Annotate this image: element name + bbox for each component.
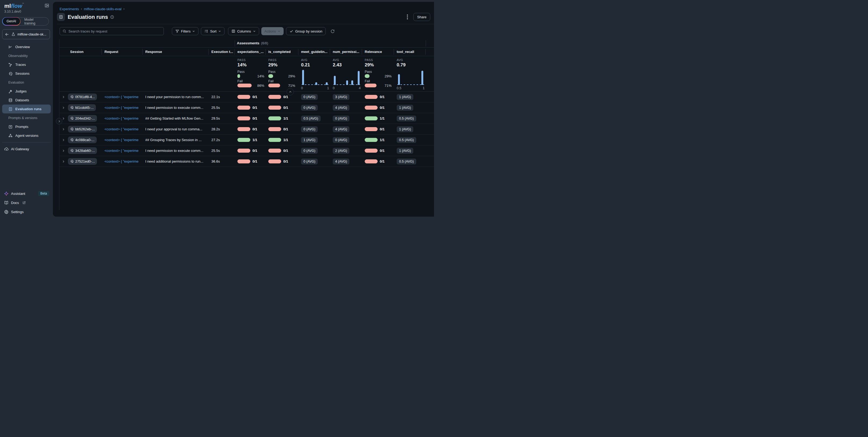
sidebar-item-traces[interactable]: Traces bbox=[0, 60, 53, 69]
refresh-icon[interactable] bbox=[330, 29, 335, 34]
expand-panel-handle[interactable] bbox=[56, 118, 62, 124]
columns-button[interactable]: Columns bbox=[228, 27, 259, 35]
group-by-session-button[interactable]: Group by session bbox=[286, 27, 326, 35]
sidebar-item-settings[interactable]: Settings bbox=[0, 207, 53, 216]
summary-type-label: PASS bbox=[365, 58, 394, 62]
overflow-menu-icon[interactable] bbox=[405, 13, 409, 21]
sort-button[interactable]: Sort bbox=[201, 27, 224, 35]
request-link[interactable]: <context> { "experime bbox=[102, 116, 143, 120]
session-chip[interactable]: bb5262eb-... bbox=[68, 126, 97, 133]
request-link[interactable]: <context> { "experime bbox=[102, 159, 143, 164]
execution-time: 28.2s bbox=[209, 127, 235, 131]
tab-genai[interactable]: GenAI bbox=[3, 18, 20, 25]
experiment-selector[interactable]: mlflow-claude-sk... bbox=[2, 29, 50, 39]
collapse-summary-button[interactable] bbox=[286, 88, 294, 95]
table-row[interactable]: 4c088ca0-...<context> { "experime## Grou… bbox=[59, 135, 434, 145]
collapse-sidebar-icon[interactable] bbox=[44, 3, 49, 8]
pass-percent: 29% bbox=[384, 74, 392, 78]
session-chip[interactable]: 4c088ca0-... bbox=[68, 137, 97, 143]
info-icon[interactable] bbox=[110, 15, 114, 19]
request-link[interactable]: <context> { "experime bbox=[102, 95, 143, 99]
beta-badge: Beta bbox=[38, 191, 49, 196]
page-title: Evaluation runs bbox=[68, 14, 108, 20]
request-link[interactable]: <context> { "experime bbox=[102, 127, 143, 131]
column-header-tool-recall[interactable]: tool_recall bbox=[394, 49, 426, 55]
database-icon bbox=[8, 98, 12, 103]
table-row[interactable]: 204ed342-...<context> { "experime## Gett… bbox=[59, 113, 434, 124]
request-link[interactable]: <context> { "experime bbox=[102, 138, 143, 142]
session-chip[interactable]: 27521ed0-... bbox=[68, 158, 97, 165]
row-expander-icon[interactable] bbox=[59, 138, 67, 142]
filters-button[interactable]: Filters bbox=[172, 27, 198, 35]
table-row[interactable]: 3428ab60-...<context> { "experimeI need … bbox=[59, 145, 434, 156]
table-row[interactable]: 0f781df8-4...<context> { "experimeI need… bbox=[59, 92, 434, 103]
request-link[interactable]: <context> { "experime bbox=[102, 106, 143, 110]
avg-badge: 0 (AVG) bbox=[333, 137, 349, 143]
column-header-meet-guidelines[interactable]: meet_guidelin... bbox=[299, 49, 330, 55]
column-header-response[interactable]: Response bbox=[143, 49, 209, 55]
summary-value: 14% bbox=[238, 62, 266, 68]
summary-value: 0.21 bbox=[301, 62, 330, 68]
column-header-session[interactable]: Session bbox=[67, 49, 102, 55]
assessment-cell: 0/1 bbox=[235, 159, 266, 164]
sidebar-item-prompts[interactable]: Prompts bbox=[0, 122, 53, 131]
search-input[interactable] bbox=[68, 29, 161, 33]
table-row[interactable]: fd1cdd45-...<context> { "experimeI need … bbox=[59, 103, 434, 113]
row-expander-icon[interactable] bbox=[59, 149, 67, 152]
sidebar-item-agent-versions[interactable]: Agent versions bbox=[0, 131, 53, 140]
table-row[interactable]: bb5262eb-...<context> { "experimeI need … bbox=[59, 124, 434, 135]
experiment-name: mlflow-claude-sk... bbox=[18, 32, 46, 36]
session-chip[interactable]: fd1cdd45-... bbox=[68, 104, 96, 111]
fail-pill bbox=[268, 149, 281, 153]
column-header-expectations[interactable]: expectations_... bbox=[235, 49, 266, 55]
fail-pill bbox=[268, 127, 281, 131]
assessment-cell: 0/1 bbox=[266, 106, 299, 110]
sidebar-item-evaluation-runs[interactable]: Evaluation runs bbox=[2, 105, 51, 113]
column-header-is-completed[interactable]: is_completed bbox=[266, 49, 299, 55]
assessments-group-header: Assessments(6/8) bbox=[59, 39, 434, 48]
row-expander-icon[interactable] bbox=[59, 95, 67, 99]
tab-model-training[interactable]: Model training bbox=[21, 18, 49, 25]
assessment-cell: 0.5 (AVG) bbox=[299, 116, 330, 121]
session-chip[interactable]: 204ed342-... bbox=[68, 115, 97, 122]
assessment-cell: 0/1 bbox=[235, 106, 266, 110]
avg-badge: 1 (AVG) bbox=[397, 105, 413, 111]
request-link[interactable]: <context> { "experime bbox=[102, 149, 143, 153]
pass-bar bbox=[268, 74, 273, 78]
sidebar-item-datasets[interactable]: Datasets bbox=[0, 96, 53, 105]
assessment-cell: 0/1 bbox=[266, 127, 299, 131]
speech-bubble-icon bbox=[70, 127, 73, 131]
fail-pill bbox=[365, 127, 378, 131]
session-chip[interactable]: 3428ab60-... bbox=[68, 147, 97, 154]
back-arrow-icon bbox=[5, 32, 9, 36]
execution-time: 27.2s bbox=[209, 138, 235, 142]
speech-bubble-icon bbox=[70, 149, 73, 152]
column-header-request[interactable]: Request bbox=[102, 49, 143, 55]
column-header-execution-time[interactable]: Execution t... bbox=[209, 49, 235, 55]
table-row[interactable]: 27521ed0-...<context> { "experimeI need … bbox=[59, 156, 434, 167]
sidebar-item-assistant[interactable]: Assistant Beta bbox=[0, 189, 53, 198]
row-expander-icon[interactable] bbox=[59, 160, 67, 163]
mode-toggle[interactable]: GenAI Model training bbox=[2, 17, 49, 26]
fail-pill bbox=[238, 116, 250, 120]
sidebar-item-overview[interactable]: Overview bbox=[0, 42, 53, 51]
sidebar-item-docs[interactable]: Docs bbox=[0, 198, 53, 207]
sidebar-item-sessions[interactable]: Sessions bbox=[0, 69, 53, 78]
search-box[interactable] bbox=[60, 27, 164, 35]
breadcrumb-experiments[interactable]: Experiments bbox=[60, 7, 79, 11]
fail-pill bbox=[238, 95, 250, 99]
session-id: 0f781df8-4... bbox=[75, 95, 95, 99]
sidebar-item-judges[interactable]: Judges bbox=[0, 87, 53, 96]
fail-pill bbox=[238, 149, 250, 153]
assessment-cell: 0/1 bbox=[362, 127, 394, 131]
column-header-relevance[interactable]: Relevance bbox=[362, 49, 394, 55]
column-header-num-permissions[interactable]: num_permissi... bbox=[330, 49, 362, 55]
share-button[interactable]: Share bbox=[413, 13, 430, 21]
session-chip[interactable]: 0f781df8-4... bbox=[68, 93, 97, 100]
actions-button[interactable]: Actions bbox=[261, 27, 284, 35]
row-expander-icon[interactable] bbox=[59, 128, 67, 131]
breadcrumb-experiment-name[interactable]: mlflow-claude-skills-eval bbox=[84, 7, 121, 11]
assessment-cell: 0 (AVG) bbox=[330, 137, 362, 143]
row-expander-icon[interactable] bbox=[59, 106, 67, 109]
sidebar-item-ai-gateway[interactable]: AI Gateway bbox=[0, 145, 53, 153]
